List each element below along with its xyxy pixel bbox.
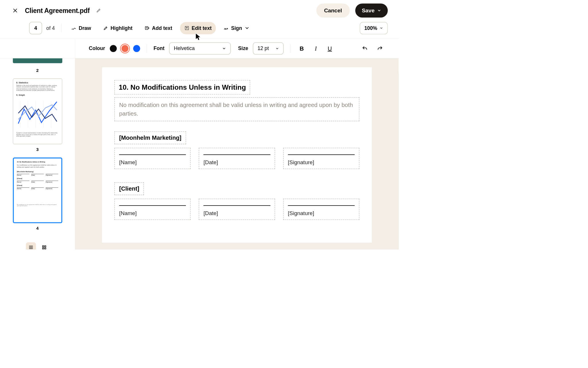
svg-rect-15 (45, 248, 46, 249)
chevron-down-icon (244, 26, 249, 31)
view-grid-button[interactable] (39, 242, 49, 250)
undo-icon (362, 45, 368, 51)
rename-button[interactable] (95, 7, 102, 14)
font-label: Font (154, 45, 165, 51)
thumbnail-number-4: 4 (36, 226, 38, 231)
divider (147, 44, 147, 53)
add-text-icon (144, 26, 150, 31)
main-area: 2 8. Statistics Statistics is the study … (0, 58, 399, 250)
divider (290, 44, 291, 53)
thumbnail-sidebar: 2 8. Statistics Statistics is the study … (0, 58, 75, 250)
highlight-icon (103, 26, 108, 31)
svg-rect-14 (42, 248, 44, 249)
zoom-value: 100% (364, 25, 377, 31)
signature-field-1[interactable]: [Signature] (283, 148, 359, 169)
party-2-label[interactable]: [Client] (115, 182, 144, 195)
page-number-input[interactable]: 4 (29, 22, 42, 34)
tool-edit-text[interactable]: Edit text (180, 22, 216, 34)
save-button[interactable]: Save (355, 3, 388, 18)
name-field-2[interactable]: [Name] (115, 199, 191, 220)
undo-button[interactable] (360, 44, 370, 53)
svg-rect-13 (45, 246, 46, 247)
party-1-label[interactable]: [Moonhelm Marketing] (115, 131, 186, 144)
thumbnail-page-4[interactable]: 10. No Modifications Unless in Writing N… (13, 158, 62, 223)
chart-thumbnail-icon (16, 99, 59, 130)
chevron-down-icon (377, 9, 381, 13)
italic-button[interactable]: I (311, 44, 321, 53)
app-header: Client Agreement.pdf Cancel Save (0, 0, 399, 19)
main-toolbar: 4 of 4 Draw Highlight Add text Edit text… (0, 19, 399, 39)
thumbnail-number-2: 2 (36, 68, 38, 73)
size-label: Size (238, 45, 248, 51)
colour-swatch-black[interactable] (110, 45, 117, 52)
format-bar-row: Colour Font Helvetica Size 12 pt B I U (0, 39, 399, 58)
signature-row-2: [Name] [Date] [Signature] (115, 199, 359, 220)
thumbnail-list[interactable]: 2 8. Statistics Statistics is the study … (0, 58, 75, 239)
bold-button[interactable]: B (297, 44, 307, 53)
view-list-button[interactable] (26, 242, 36, 250)
pencil-icon (96, 8, 100, 13)
divider (61, 24, 62, 32)
font-select[interactable]: Helvetica (169, 42, 231, 55)
chevron-down-icon (222, 47, 226, 51)
document-canvas[interactable]: 10. No Modifications Unless in Writing N… (75, 58, 399, 250)
close-icon (12, 8, 18, 13)
svg-rect-12 (42, 246, 44, 247)
colour-swatch-orange[interactable] (121, 45, 128, 52)
thumbnail-page-3[interactable]: 8. Statistics Statistics is the study an… (13, 78, 62, 144)
thumbnail-page-2-partial[interactable] (13, 58, 62, 63)
redo-button[interactable] (375, 44, 385, 53)
date-field-2[interactable]: [Date] (199, 199, 275, 220)
cancel-button[interactable]: Cancel (316, 3, 350, 18)
size-select[interactable]: 12 pt (253, 42, 284, 55)
signature-row-1: [Name] [Date] [Signature] (115, 148, 359, 169)
colour-label: Colour (89, 45, 105, 51)
view-toggle (0, 239, 75, 250)
date-field-1[interactable]: [Date] (199, 148, 275, 169)
tool-highlight[interactable]: Highlight (99, 22, 137, 34)
underline-button[interactable]: U (325, 44, 334, 53)
signature-field-2[interactable]: [Signature] (283, 199, 359, 220)
section-heading[interactable]: 10. No Modifications Unless in Writing (115, 80, 250, 95)
grid-icon (42, 245, 47, 250)
name-field-1[interactable]: [Name] (115, 148, 191, 169)
edit-text-icon (184, 26, 189, 31)
colour-swatch-blue[interactable] (133, 45, 140, 52)
page-4: 10. No Modifications Unless in Writing N… (102, 67, 372, 243)
zoom-selector[interactable]: 100% (360, 22, 388, 34)
save-label: Save (362, 7, 374, 14)
format-bar: Colour Font Helvetica Size 12 pt B I U (75, 39, 399, 58)
page-count-label: of 4 (46, 25, 55, 31)
chevron-down-icon (275, 47, 279, 50)
font-value: Helvetica (174, 45, 195, 51)
thumbnail-number-3: 3 (36, 147, 38, 152)
tool-sign[interactable]: Sign (219, 22, 254, 34)
draw-icon (71, 26, 76, 31)
chevron-down-icon (380, 26, 383, 30)
size-value: 12 pt (258, 45, 269, 51)
tool-add-text[interactable]: Add text (140, 22, 177, 34)
tool-draw[interactable]: Draw (67, 22, 95, 34)
close-button[interactable] (11, 6, 20, 15)
sign-icon (224, 26, 229, 31)
document-title: Client Agreement.pdf (25, 7, 90, 14)
list-icon (28, 245, 34, 250)
section-paragraph[interactable]: No modification on this agreement shall … (115, 97, 359, 121)
redo-icon (377, 45, 383, 51)
